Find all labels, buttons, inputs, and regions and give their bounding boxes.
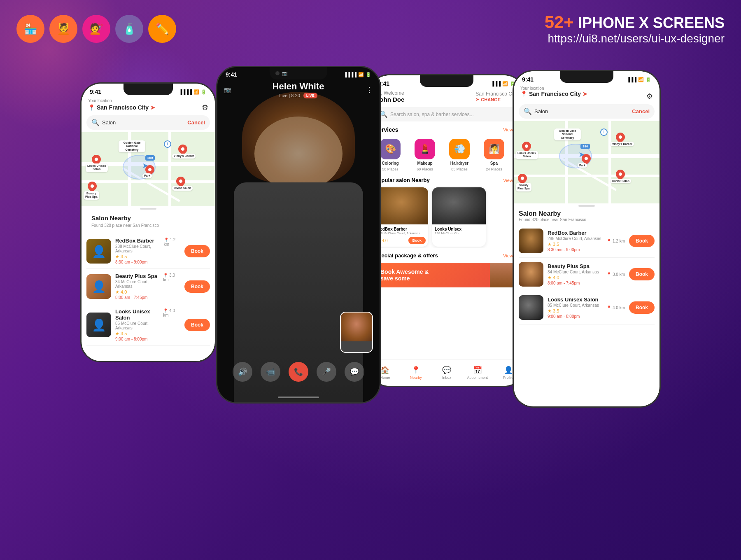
p4-road-label: 380 — [580, 144, 590, 149]
phone-4-salon-list: RedBox Barber 288 McClure Court, Arkansa… — [514, 224, 659, 324]
speaker-btn[interactable]: 🔊 — [233, 362, 252, 382]
p4-book-looks[interactable]: Book — [629, 301, 655, 314]
phone-2-status-icons: ▐▐▐▐📶🔋 — [344, 72, 371, 77]
p4-pin-park — [582, 154, 591, 163]
phone-3-search-icon: 🔍 — [380, 110, 388, 118]
phone-3-package-card[interactable]: Book Awesome &save some — [375, 263, 519, 287]
caller-info: Helen White Live | 8:20 LIVE — [273, 81, 324, 98]
book-btn-beauty[interactable]: Book — [184, 280, 210, 293]
phones-container: 9:41 ▐▐▐▐ 📶 🔋 Your location 📍 San Franci… — [0, 66, 741, 560]
spa-service-icon: 🧖 — [484, 139, 504, 159]
beauty-icon[interactable]: 💆 — [49, 15, 77, 43]
book-btn-looks[interactable]: Book — [184, 319, 210, 331]
phone-3-packages-header: Special package & offers View all — [370, 250, 524, 261]
nearby-card-redbox[interactable]: RedBox Barber 288 McClure Court, Arkansa… — [375, 187, 428, 247]
p4-thumb-beauty — [519, 262, 543, 287]
camera-toggle-btn[interactable]: 📹 — [261, 362, 280, 382]
end-call-btn[interactable]: 📞 — [289, 362, 308, 382]
phone-4-loc-label: Your location — [520, 86, 587, 91]
p4-label-looks: Looks UnisexSalon — [516, 151, 538, 159]
phone-4-location: Your location 📍 San Francisco City ➤ ⚙ — [514, 84, 659, 102]
nearby-card-looks-img — [432, 187, 486, 224]
packages-title: Special package & offers — [375, 252, 438, 259]
phone-2-notch: 📷 — [270, 67, 327, 79]
book-btn-redbox[interactable]: Book — [184, 245, 210, 257]
salon-hours-redbox: 8:30 am - 9:00pm — [115, 260, 164, 264]
p4-thumb-redbox — [519, 229, 543, 253]
phone-3-search-placeholder: Search salon, spa & barber services... — [390, 112, 514, 117]
p4-dist-looks: 📍 4.0 km — [606, 296, 625, 319]
change-location-btn[interactable]: CHANGE — [481, 97, 501, 102]
p4-label-park: Park — [578, 163, 587, 168]
phone-3-loc-sub: San Francisco City — [475, 91, 517, 97]
phone-4: 9:41 ▐▐▐📶🔋 Your location 📍 San Francisco… — [513, 70, 661, 408]
phone-3-status-icons: ▐▐▐📶🔋 — [491, 81, 515, 86]
salon-rating-redbox: ★ 3.5 — [115, 254, 164, 259]
phone-4-cancel-btn[interactable]: Cancel — [632, 108, 650, 114]
pin-vinny — [178, 145, 187, 154]
p4-pin-beauty — [518, 174, 527, 183]
phone-1-search-bar[interactable]: 🔍 Salon Cancel — [86, 115, 210, 130]
screens-count: 52+ IPHONE X SCREENS — [545, 12, 725, 32]
phone-4-inner: 9:41 ▐▐▐📶🔋 Your location 📍 San Francisco… — [514, 71, 659, 406]
pin-beauty-spa — [88, 182, 97, 191]
spa-icon[interactable]: 🧴 — [115, 15, 143, 43]
service-makeup[interactable]: 💄 Makeup 60 Places — [409, 139, 440, 171]
salon-info-redbox: RedBox Barber 288 McClure Court, Arkansa… — [115, 238, 180, 264]
phone-4-scroll-handle — [578, 205, 595, 207]
phone-4-search-text: Salon — [534, 108, 629, 114]
mic-btn[interactable]: 🎤 — [317, 362, 336, 382]
phone-3-nearby-row: RedBox Barber 288 McClure Court, Arkansa… — [370, 186, 524, 248]
hairdryer-label: Hairdryer — [450, 161, 468, 166]
phone-4-map: Golden GateNationalCemetery ➤ i 380 Look… — [514, 121, 659, 203]
p4-dist-beauty: 📍 3.0 km — [606, 263, 625, 285]
phone-1-cancel-btn[interactable]: Cancel — [187, 119, 205, 126]
salon-info-beauty: Beauty Plus Spa 34 McClure Court, Arkans… — [115, 273, 180, 300]
nav-nearby[interactable]: 📍 Nearby — [401, 366, 431, 380]
hair-icon[interactable]: 💇 — [82, 15, 110, 43]
spa-label: Spa — [490, 161, 498, 166]
more-icon[interactable]: ⋮ — [366, 85, 373, 94]
nav-inbox[interactable]: 💬 Inbox — [431, 366, 462, 380]
nearby-card-looks[interactable]: Looks Unisex 288 McClure Co — [432, 187, 486, 247]
phone-3-nearby-header: Popular salon Nearby View all — [370, 175, 524, 186]
phone-4-filter-icon[interactable]: ⚙ — [646, 92, 653, 101]
p4-book-redbox[interactable]: Book — [629, 235, 655, 247]
nail-icon[interactable]: ✏️ — [148, 15, 176, 43]
phone-1-filter-icon[interactable]: ⚙ — [202, 103, 208, 112]
service-spa[interactable]: 🧖 Spa 24 Places — [478, 139, 510, 171]
makeup-icon: 💄 — [415, 139, 435, 159]
nearby-looks-addr: 288 McClure Co — [435, 231, 483, 235]
salon-name-redbox: RedBox Barber — [115, 238, 164, 244]
p4-book-beauty[interactable]: Book — [629, 268, 655, 280]
nearby-redbox-book-btn[interactable]: Book — [408, 237, 426, 244]
phone-1-status-icons: ▐▐▐▐ 📶 🔋 — [179, 89, 207, 95]
call-header: 📷 Helen White Live | 8:20 LIVE ⋮ — [217, 79, 380, 100]
shop-icon[interactable]: 🏪 — [16, 15, 44, 43]
phone-1-map: Golden GateNationalCemetery ➤ i 380 Look… — [82, 132, 215, 206]
p4-pin-looks — [522, 142, 531, 151]
phone-4-section-sub: Found 320 place near San Francisco — [519, 217, 655, 224]
salon-item-redbox: RedBox Barber 288 McClure Court, Arkansa… — [86, 233, 210, 269]
map-cemetery-label: Golden GateNationalCemetery — [119, 140, 145, 152]
phone-1-salon-list: RedBox Barber 288 McClure Court, Arkansa… — [82, 230, 215, 349]
nav-appointment[interactable]: 📅 Appointment — [462, 366, 493, 380]
spa-count: 24 Places — [486, 167, 502, 171]
phone-1-search-text: Salon — [102, 119, 185, 126]
nearby-redbox-addr: 288 McClure Court, Arkansas — [377, 231, 426, 235]
phone-3-search-bar[interactable]: 🔍 Search salon, spa & barber services... — [375, 107, 519, 121]
camera-dot — [275, 71, 280, 75]
p4-cemetery-label: Golden GateNationalCemetery — [554, 128, 581, 140]
phone-4-search-bar[interactable]: 🔍 Salon Cancel — [519, 104, 655, 119]
phone-1: 9:41 ▐▐▐▐ 📶 🔋 Your location 📍 San Franci… — [80, 82, 216, 362]
phone-4-status-icons: ▐▐▐📶🔋 — [627, 77, 651, 82]
coloring-label: Coloring — [382, 161, 398, 166]
camera-btn[interactable]: 📷 — [224, 86, 231, 93]
chat-btn[interactable]: 💬 — [345, 362, 364, 382]
p4-road-h2 — [514, 175, 659, 177]
service-hairdryer[interactable]: 💨 Hairdryer 85 Places — [444, 139, 475, 171]
p4-dist-redbox: 📍 1.2 km — [606, 230, 625, 252]
map-label-beauty: BeautyPlus Spa — [84, 191, 99, 200]
hairdryer-icon: 💨 — [449, 139, 470, 159]
salon-rating-looks: ★ 3.5 — [115, 331, 163, 336]
